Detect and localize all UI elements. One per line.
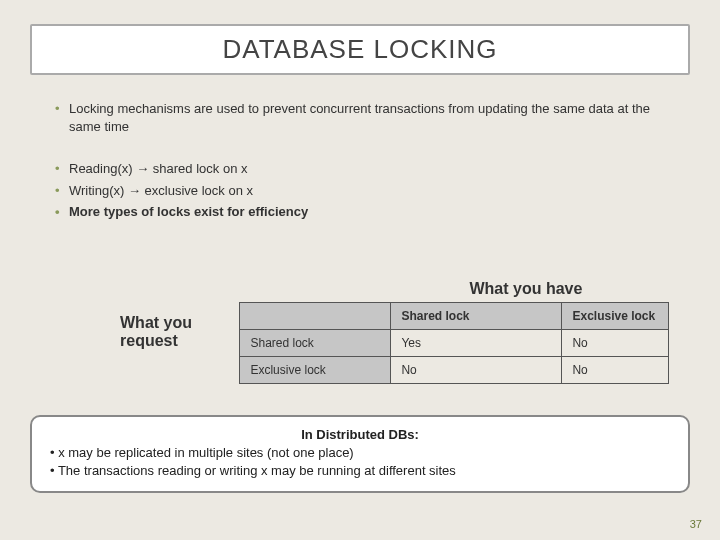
bullet-item: Reading(x) → shared lock on x [55,160,680,178]
bullet-item: Locking mechanisms are used to prevent c… [55,100,680,135]
distributed-db-callout: In Distributed DBs: • x may be replicate… [30,415,690,493]
table-row: Exclusive lock No No [240,357,669,384]
table-corner-cell [240,303,391,330]
lock-table-area: What you request What you have Shared lo… [120,280,690,384]
lock-compatibility-table: Shared lock Exclusive lock Shared lock Y… [239,302,669,384]
table-cell: No [391,357,562,384]
table-row-header: Shared lock [240,330,391,357]
bullet-item: Writing(x) → exclusive lock on x [55,182,680,200]
table-col-header: Shared lock [391,303,562,330]
table-row: Shared lock Yes No [240,330,669,357]
bullet-group-2: Reading(x) → shared lock on x Writing(x)… [55,160,680,221]
bullet-item: More types of locks exist for efficiency [55,203,680,221]
title-banner: DATABASE LOCKING [30,24,690,75]
callout-line: • x may be replicated in multiple sites … [50,444,670,462]
table-cell: No [562,357,669,384]
table-cell: No [562,330,669,357]
callout-title: In Distributed DBs: [50,427,670,442]
page-number: 37 [690,518,702,530]
col-axis-label: What you have [469,280,669,298]
callout-line: • The transactions reading or writing x … [50,462,670,480]
row-axis-label: What you request [120,280,235,350]
table-row-header: Exclusive lock [240,357,391,384]
table-header-row: Shared lock Exclusive lock [240,303,669,330]
table-cell: Yes [391,330,562,357]
table-col-header: Exclusive lock [562,303,669,330]
bullet-group-1: Locking mechanisms are used to prevent c… [55,100,680,135]
page-title: DATABASE LOCKING [32,34,688,65]
